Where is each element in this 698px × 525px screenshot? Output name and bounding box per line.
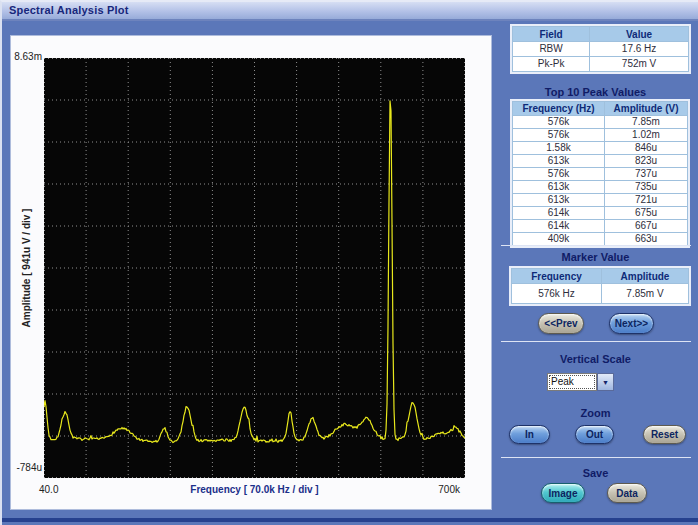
table-cell: 846u [605, 142, 688, 155]
table-row[interactable]: 576k1.02m [513, 129, 688, 142]
spectrum-plot-area[interactable] [44, 58, 465, 478]
table-cell: 1.58k [513, 142, 605, 155]
table-row: 576k Hz7.85m V [512, 284, 689, 304]
column-header: Frequency [512, 269, 602, 284]
table-cell: 614k [513, 220, 605, 233]
column-header: Value [590, 27, 689, 42]
prev-marker-button[interactable]: <<Prev [538, 313, 584, 334]
table-cell: 576k Hz [512, 284, 602, 304]
top-10-peaks-table: Frequency (Hz)Amplitude (V)576k7.85m576k… [512, 101, 688, 246]
spectrum-trace [44, 101, 465, 443]
table-cell: 823u [605, 155, 688, 168]
marker-value-table: FrequencyAmplitude576k Hz7.85m V [511, 268, 689, 304]
zoom-reset-button[interactable]: Reset [643, 425, 686, 444]
zoom-in-button[interactable]: In [509, 425, 550, 444]
table-cell: Pk-Pk [513, 57, 590, 72]
vertical-scale-dropdown[interactable]: Peak ▼ [547, 373, 614, 391]
spectral-analysis-window: Spectral Analysis Plot 8.63m Amplitude [… [0, 0, 698, 525]
table-cell: 576k [513, 168, 605, 181]
table-row[interactable]: 614k667u [513, 220, 688, 233]
spectrum-chart [44, 58, 465, 478]
table-cell: 17.6 Hz [590, 42, 689, 57]
grid-lines [44, 58, 465, 478]
marker-section-title: Marker Value [499, 251, 692, 263]
table-cell: 409k [513, 233, 605, 246]
table-cell: 737u [605, 168, 688, 181]
status-bar-divider [2, 518, 698, 522]
plot-panel: 8.63m Amplitude [ 941u V / div ] -784u 4… [10, 35, 492, 510]
table-cell: 613k [513, 181, 605, 194]
table-cell: 7.85m [605, 116, 688, 129]
divider [501, 341, 691, 342]
table-row[interactable]: 576k737u [513, 168, 688, 181]
zoom-section-title: Zoom [499, 407, 692, 419]
y-axis-min-label: -784u [12, 462, 42, 473]
chevron-down-icon[interactable]: ▼ [597, 373, 614, 391]
y-axis-max-label: 8.63m [12, 51, 42, 62]
table-cell: 613k [513, 194, 605, 207]
table-row: Pk-Pk752m V [513, 57, 689, 72]
table-row[interactable]: 613k721u [513, 194, 688, 207]
table-cell: 613k [513, 155, 605, 168]
column-header: Amplitude (V) [605, 102, 688, 116]
table-row[interactable]: 613k823u [513, 155, 688, 168]
table-row[interactable]: 409k663u [513, 233, 688, 246]
save-image-button[interactable]: Image [541, 483, 585, 503]
table-cell: 663u [605, 233, 688, 246]
table-cell: 667u [605, 220, 688, 233]
save-section-title: Save [499, 467, 692, 479]
table-cell: 752m V [590, 57, 689, 72]
table: FrequencyAmplitude576k Hz7.85m V [511, 268, 689, 304]
next-marker-button[interactable]: Next>> [609, 313, 654, 334]
table-row: RBW17.6 Hz [513, 42, 689, 57]
y-axis-title: Amplitude [ 941u V / div ] [21, 209, 32, 328]
field-value-table: FieldValueRBW17.6 HzPk-Pk752m V [512, 26, 689, 72]
table-row[interactable]: 1.58k846u [513, 142, 688, 155]
vertical-scale-title: Vertical Scale [499, 353, 692, 365]
column-header: Field [513, 27, 590, 42]
table-cell: 675u [605, 207, 688, 220]
table-cell: 614k [513, 207, 605, 220]
divider [501, 245, 691, 246]
vertical-scale-value[interactable]: Peak [547, 373, 597, 391]
table-row[interactable]: 614k675u [513, 207, 688, 220]
title-bar[interactable]: Spectral Analysis Plot [2, 2, 698, 21]
column-header: Amplitude [601, 269, 688, 284]
table-cell: RBW [513, 42, 590, 57]
save-data-button[interactable]: Data [607, 483, 647, 503]
zoom-out-button[interactable]: Out [575, 425, 614, 444]
table-cell: 1.02m [605, 129, 688, 142]
table-cell: 721u [605, 194, 688, 207]
table-cell: 576k [513, 116, 605, 129]
table-cell: 735u [605, 181, 688, 194]
window-title: Spectral Analysis Plot [9, 4, 129, 16]
table-row[interactable]: 576k7.85m [513, 116, 688, 129]
table-row[interactable]: 613k735u [513, 181, 688, 194]
table: Frequency (Hz)Amplitude (V)576k7.85m576k… [512, 101, 688, 246]
table: FieldValueRBW17.6 HzPk-Pk752m V [512, 26, 689, 72]
x-axis-max-label: 700k [402, 484, 460, 495]
table-cell: 7.85m V [601, 284, 688, 304]
column-header: Frequency (Hz) [513, 102, 605, 116]
peak-section-title: Top 10 Peak Values [499, 86, 692, 98]
table-cell: 576k [513, 129, 605, 142]
divider [501, 457, 691, 458]
